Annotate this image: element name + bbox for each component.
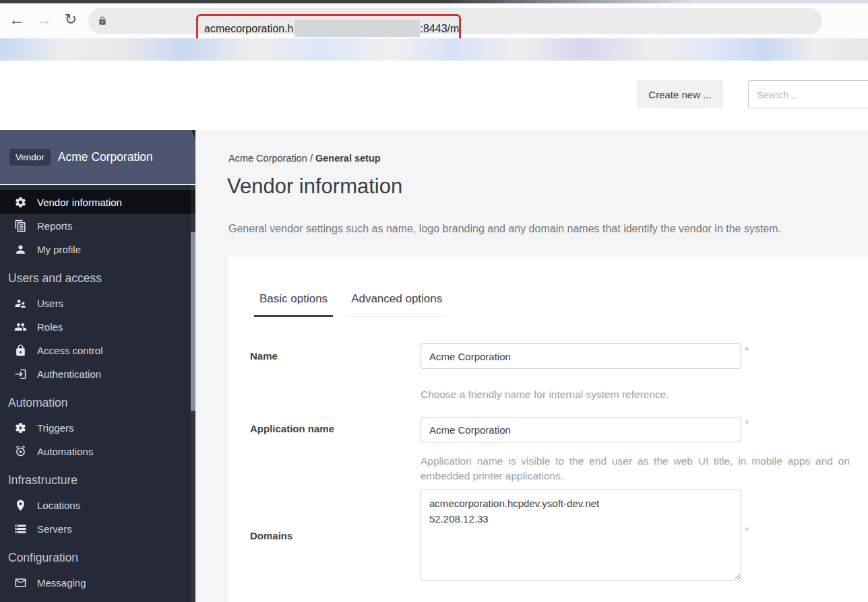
sidebar-item-authentication[interactable]: Authentication [0,362,195,386]
sidebar-item-label: Automations [37,446,93,457]
url-text-suffix: :8443/main= [421,23,461,35]
person-icon [14,243,27,256]
domains-required-marker: * [745,526,749,538]
application-name-field-label: Application name [250,423,334,434]
settings-card: Basic options Advanced options Name * Ch… [228,257,868,602]
sidebar-item-automations[interactable]: Automations [0,440,195,463]
envelope-icon [14,576,27,589]
sidebar-item-access-control[interactable]: Access control [0,339,195,362]
url-redacted-segment [294,20,420,37]
create-new-button[interactable]: Create new ... [637,80,723,108]
page-subtitle: General vendor settings such as name, lo… [228,223,795,235]
tab-bar: Basic options Advanced options [254,292,460,317]
sidebar-item-label: Users [37,298,63,309]
lock-icon [14,344,27,357]
sidebar-item-label: Servers [37,523,72,535]
application-name-help-text: Application name is visible to the end u… [421,454,850,484]
sidebar-vendor-header: Vendor Acme Corporation [0,130,204,184]
login-icon [14,368,27,380]
sidebar-item-label: Locations [37,500,80,511]
sidebar-item-my-profile[interactable]: My profile [0,238,195,261]
app-topbar: Create new ... [0,61,868,130]
sidebar-section-users-and-access: Users and access [0,261,195,292]
name-field-input[interactable] [421,343,741,369]
sidebar-item-vendor-information[interactable]: Vendor information [0,190,195,214]
breadcrumb-separator: / [307,153,315,164]
lock-icon [98,15,107,26]
tab-basic-options[interactable]: Basic options [254,292,333,317]
breadcrumb: Acme Corporation / General setup [228,153,381,164]
sidebar-item-label: Access control [37,345,103,356]
vendor-badge: Vendor [9,149,51,166]
sidebar-nav: Vendor informationReportsMy profileUsers… [0,185,195,595]
browser-top-edge [0,0,868,3]
name-field-label: Name [250,350,278,362]
breadcrumb-root[interactable]: Acme Corporation [228,153,307,164]
name-required-marker: * [745,345,749,358]
application-name-required-marker: * [745,419,749,431]
main-content: Acme Corporation / General setup Vendor … [195,130,868,602]
sidebar-item-label: Reports [37,220,73,232]
server-icon [14,523,27,535]
application-name-field-input[interactable] [421,417,741,442]
sidebar-item-servers[interactable]: Servers [0,517,195,541]
sidebar-item-users[interactable]: Users [0,292,195,315]
sidebar-item-messaging[interactable]: Messaging [0,571,195,595]
name-help-text: Choose a friendly name for internal syst… [421,387,669,402]
sidebar-item-label: Roles [37,321,63,333]
user-add-icon [14,297,27,310]
browser-forward-button[interactable]: → [32,8,55,31]
browser-reload-button[interactable]: ↻ [59,8,82,31]
automation-icon [14,445,27,458]
sidebar-item-locations[interactable]: Locations [0,494,195,517]
sidebar-item-label: Triggers [37,422,73,434]
domains-field-label: Domains [250,530,292,541]
tab-advanced-options[interactable]: Advanced options [346,292,447,317]
sidebar-item-label: Authentication [37,368,101,380]
location-pin-icon [14,499,27,512]
sidebar-section-configuration: Configuration [0,541,195,571]
trigger-icon [14,422,27,434]
sidebar-section-infrastructure: Infrastructure [0,463,195,494]
gear-icon [14,196,27,209]
browser-back-button[interactable]: ← [5,8,28,31]
sidebar-item-label: Messaging [37,577,86,589]
url-text-prefix: acmecorporation.h [204,23,294,35]
page-title: Vendor information [227,174,402,199]
report-icon [14,220,27,232]
sidebar-scrollbar-thumb[interactable] [191,232,195,411]
sidebar-item-label: My profile [37,244,81,255]
sidebar-section-automation: Automation [0,386,195,416]
browser-chrome: ← → ↻ acmecorporation.h :8443/main= [0,0,868,38]
bookmarks-bar-blurred [0,38,868,61]
sidebar-item-roles[interactable]: Roles [0,315,195,339]
sidebar-item-label: Vendor information [37,197,122,208]
group-icon [14,321,27,333]
breadcrumb-current: General setup [315,153,381,164]
sidebar-item-reports[interactable]: Reports [0,214,195,238]
sidebar-item-triggers[interactable]: Triggers [0,416,195,440]
search-input[interactable] [748,80,868,108]
sidebar: Vendor Acme Corporation Vendor informati… [0,130,195,602]
domains-field-textarea[interactable]: acmecorporation.hcpdev.ysoft-dev.net 52.… [421,490,741,580]
address-bar[interactable]: acmecorporation.h :8443/main= [88,8,822,34]
vendor-name: Acme Corporation [58,150,153,164]
